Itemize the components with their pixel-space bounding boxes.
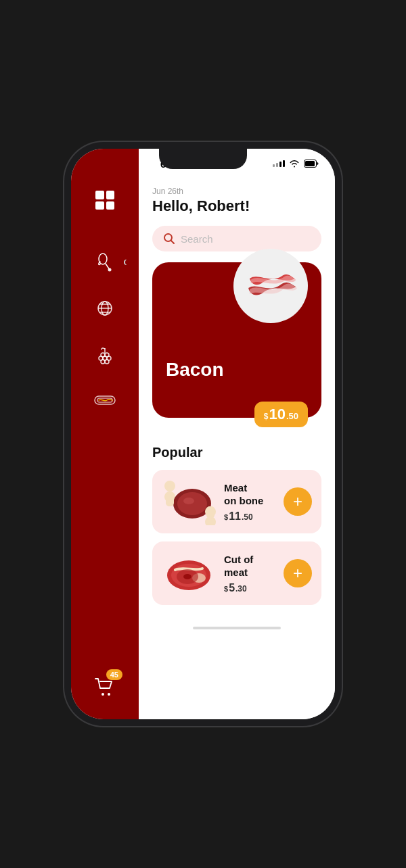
price-cents: .50 xyxy=(286,411,298,421)
greeting-label: Hello, Robert! xyxy=(152,197,321,215)
svg-point-32 xyxy=(183,498,194,504)
signal-icon xyxy=(273,160,285,167)
sidebar-nav xyxy=(93,237,117,675)
popular-section: Popular xyxy=(139,434,335,619)
product-image-1 xyxy=(162,478,216,525)
product-info-1: Meat on bone $ 11 .50 xyxy=(224,481,275,523)
featured-title: Bacon xyxy=(166,359,224,381)
svg-point-27 xyxy=(177,492,207,515)
sidebar: 45 xyxy=(71,149,139,719)
notch xyxy=(159,149,247,169)
nav-active-dot xyxy=(124,260,129,265)
product-name-1: Meat on bone xyxy=(224,481,275,508)
product-price-2: $ 5 .30 xyxy=(224,582,275,594)
search-icon xyxy=(163,233,175,245)
status-icons xyxy=(273,160,319,168)
wifi-icon xyxy=(289,160,300,168)
featured-price: $ 10 .50 xyxy=(254,402,308,427)
home-indicator xyxy=(193,627,281,629)
cart-section[interactable]: 45 xyxy=(93,675,117,719)
product-list: Meat on bone $ 11 .50 + xyxy=(152,470,321,605)
date-label: Jun 26th xyxy=(152,187,321,196)
svg-point-20 xyxy=(102,693,104,696)
search-bar[interactable]: Search xyxy=(152,226,321,251)
main-content: Jun 26th Hello, Robert! Search xyxy=(139,149,335,719)
svg-point-24 xyxy=(164,481,175,491)
product-name-2: Cut of meat xyxy=(224,553,275,579)
price-dollar: $ xyxy=(264,412,269,421)
svg-point-4 xyxy=(108,268,112,272)
section-title: Popular xyxy=(152,445,321,460)
featured-image xyxy=(233,249,308,323)
svg-point-15 xyxy=(101,360,105,364)
product-card-2: Cut of meat $ 5 .30 + xyxy=(152,541,321,605)
nav-item-poultry[interactable] xyxy=(93,250,117,274)
svg-point-16 xyxy=(105,360,109,364)
svg-rect-31 xyxy=(206,506,215,519)
phone-shell: 6:17 xyxy=(71,149,335,719)
svg-point-2 xyxy=(99,254,107,264)
battery-icon xyxy=(304,160,319,168)
cart-badge: 45 xyxy=(106,669,122,680)
featured-card: Bacon $ 10 .50 xyxy=(152,262,321,418)
featured-section: Bacon $ 10 .50 xyxy=(139,262,335,418)
header: Jun 26th Hello, Robert! xyxy=(139,178,335,220)
product-info-2: Cut of meat $ 5 .30 xyxy=(224,553,275,594)
product-card-1: Meat on bone $ 11 .50 + xyxy=(152,470,321,533)
add-to-cart-1[interactable]: + xyxy=(284,487,312,516)
sidebar-grid-icon[interactable] xyxy=(95,191,114,210)
svg-line-23 xyxy=(171,241,175,244)
svg-point-21 xyxy=(108,693,110,696)
svg-rect-30 xyxy=(166,491,174,506)
nav-item-grapes[interactable] xyxy=(93,342,117,366)
add-to-cart-2[interactable]: + xyxy=(284,559,312,587)
nav-item-sphere[interactable] xyxy=(93,296,117,320)
svg-point-37 xyxy=(183,574,191,579)
svg-rect-1 xyxy=(305,161,315,166)
search-placeholder: Search xyxy=(181,233,213,245)
nav-item-hotdog[interactable] xyxy=(93,388,117,412)
product-image-2 xyxy=(162,550,216,597)
product-price-1: $ 11 .50 xyxy=(224,510,275,523)
price-main: 10 xyxy=(269,406,285,423)
